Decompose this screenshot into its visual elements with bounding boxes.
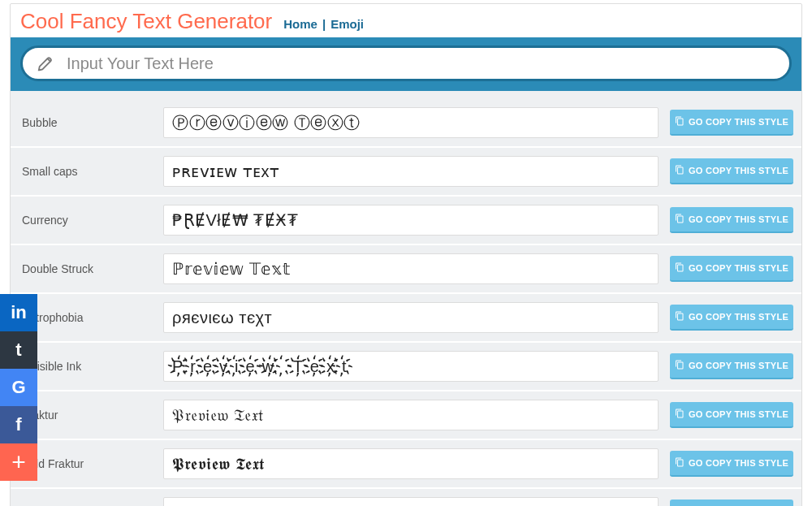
copy-button-label: GO COPY THIS STYLE [689,166,788,175]
share-linkedin-button[interactable]: in [0,294,37,331]
top-nav: Home | Emoji [283,17,364,31]
copy-style-button[interactable]: GO COPY THIS STYLE [670,402,793,428]
style-row: Double Struckℙ𝕣𝕖𝕧𝕚𝕖𝕨 𝕋𝕖𝕩𝕥GO COPY THIS ST… [11,244,801,292]
style-preview[interactable]: 𝔓𝔯𝔢𝔳𝔦𝔢𝔴 𝔗𝔢𝔵𝔱 [163,400,659,430]
style-list: BubbleⓅⓡⓔⓥⓘⓔⓦ ⓉⓔⓧⓣGO COPY THIS STYLESmal… [11,91,801,506]
copy-button-label: GO COPY THIS STYLE [689,361,788,370]
input-bar [11,37,801,91]
style-preview[interactable]: ρяєνιєω тєχт [163,302,659,333]
copy-icon [675,262,685,274]
copy-style-button[interactable]: GO COPY THIS STYLE [670,451,793,477]
copy-style-button[interactable]: GO COPY THIS STYLE [670,256,793,282]
style-name-label: Double Struck [22,262,152,275]
copy-style-button[interactable]: GO COPY THIS STYLE [670,207,793,233]
copy-button-label: GO COPY THIS STYLE [689,312,788,322]
style-preview[interactable]: ₱ⱤɆVłɆ₩ ₮ɆӾ₮ [163,205,659,236]
copy-icon [675,409,685,420]
share-facebook-button[interactable]: f [0,406,37,443]
copy-button-label: GO COPY THIS STYLE [689,214,788,224]
app-frame: Cool Fancy Text Generator Home | Emoji B… [10,3,802,506]
style-preview[interactable]: ᴘʀᴇᴠɪᴇᴡ ᴛᴇxᴛ [163,156,659,187]
style-row: Bold Fraktur𝕻𝖗𝖊𝖛𝖎𝖊𝖜 𝕿𝖊𝖝𝖙GO COPY THIS STY… [11,439,801,487]
copy-style-button[interactable]: GO COPY THIS STYLE [670,158,793,184]
copy-icon [675,165,685,176]
style-row: BubbleⓅⓡⓔⓥⓘⓔⓦ ⓉⓔⓧⓣGO COPY THIS STYLE [11,91,801,146]
copy-button-label: GO COPY THIS STYLE [689,409,788,419]
style-name-label: Antrophobia [22,311,152,324]
copy-button-label: GO COPY THIS STYLE [689,458,788,468]
share-google-button[interactable]: G [0,369,37,406]
style-name-label: Invisible Ink [22,360,152,373]
style-name-label: Small caps [22,165,152,178]
social-share-bar: in t G f + [0,294,37,481]
style-row: Antrophobiaρяєνιєω тєχтGO COPY THIS STYL… [11,292,801,341]
style-row: Fraktur𝔓𝔯𝔢𝔳𝔦𝔢𝔴 𝔗𝔢𝔵𝔱GO COPY THIS STYLE [11,390,801,439]
copy-style-button[interactable]: GO COPY THIS STYLE [670,353,793,379]
brand-title: Cool Fancy Text Generator [20,9,272,34]
style-preview[interactable]: Ⓟⓡⓔⓥⓘⓔⓦ Ⓣⓔⓧⓣ [163,107,659,138]
style-preview[interactable]: ℙ𝕣𝕖𝕧𝕚𝕖𝕨 𝕋𝕖𝕩𝕥 [163,253,659,284]
copy-button-label: GO COPY THIS STYLE [689,263,788,273]
share-more-button[interactable]: + [0,443,37,481]
pencil-icon [37,54,55,72]
nav-emoji[interactable]: Emoji [330,17,364,31]
style-row: Paranormalprєvíєw tєхtGO COPY THIS STYLE [11,487,801,506]
style-row: Currency₱ⱤɆVłɆ₩ ₮ɆӾ₮GO COPY THIS STYLE [11,195,801,244]
input-wrap[interactable] [20,45,792,81]
style-row: Small capsᴘʀᴇᴠɪᴇᴡ ᴛᴇxᴛGO COPY THIS STYLE [11,146,801,195]
style-name-label: Currency [22,214,152,227]
copy-icon [675,457,685,469]
copy-style-button[interactable]: GO COPY THIS STYLE [670,110,793,136]
header: Cool Fancy Text Generator Home | Emoji [11,4,801,37]
nav-home[interactable]: Home [283,17,317,31]
copy-style-button[interactable]: GO COPY THIS STYLE [670,305,793,331]
style-name-label: Bold Fraktur [22,457,152,470]
style-name-label: Bubble [22,116,152,129]
style-name-label: Fraktur [22,409,152,422]
copy-icon [675,214,685,225]
style-preview[interactable]: P҉r҉e҉v҉i҉e҉w҉ ҉T҉e҉x҉t҉ [163,351,659,382]
style-preview[interactable]: 𝕻𝖗𝖊𝖛𝖎𝖊𝖜 𝕿𝖊𝖝𝖙 [163,448,659,479]
copy-icon [675,311,685,322]
copy-button-label: GO COPY THIS STYLE [689,117,788,127]
copy-style-button[interactable]: GO COPY THIS STYLE [670,500,793,506]
nav-separator: | [322,17,326,31]
main-text-input[interactable] [67,54,775,73]
style-preview[interactable]: prєvíєw tєхt [163,497,659,506]
share-tumblr-button[interactable]: t [0,331,37,369]
copy-icon [675,116,685,128]
style-row: Invisible InkP҉r҉e҉v҉i҉e҉w҉ ҉T҉e҉x҉t҉GO … [11,341,801,390]
copy-icon [675,360,685,371]
